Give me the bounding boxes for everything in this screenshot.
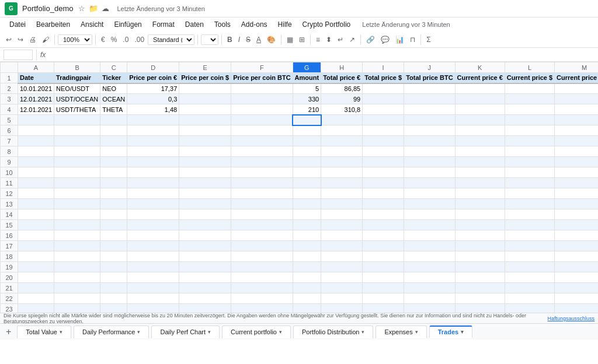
cell-5-11[interactable] [455,115,505,125]
cell-8-3[interactable] [100,146,127,157]
cell-11-3[interactable] [100,178,127,188]
cell-23-7[interactable] [293,304,321,313]
cell-21-11[interactable] [455,283,505,293]
cell-14-2[interactable] [54,209,100,220]
tab-trades[interactable]: Trades ▾ [429,326,472,338]
row-num[interactable]: 12 [1,188,18,199]
cell-17-5[interactable] [179,241,231,251]
cell-m1[interactable]: Current price BTC [555,73,598,83]
cell-6-8[interactable] [321,125,363,136]
cell-g-4[interactable]: 210 [293,104,321,115]
menu-einfuegen[interactable]: Einfügen [109,19,146,30]
cell-8-13[interactable] [555,146,598,157]
cell-20-2[interactable] [54,272,100,283]
cell-15-5[interactable] [179,220,231,230]
cell-l-4[interactable] [505,104,554,115]
cell-19-3[interactable] [100,262,127,272]
cell-17-8[interactable] [321,241,363,251]
align-button[interactable]: ≡ [314,34,322,45]
wrap-button[interactable]: ↵ [335,34,346,45]
cell-11-13[interactable] [555,178,598,188]
cell-15-8[interactable] [321,220,363,230]
cell-i-4[interactable] [363,104,404,115]
cell-21-4[interactable] [127,283,179,293]
cell-7-3[interactable] [100,136,127,146]
cell-14-10[interactable] [404,209,455,220]
cell-10-2[interactable] [54,167,100,178]
cell-20-9[interactable] [363,272,404,283]
cell-14-6[interactable] [231,209,293,220]
row-num[interactable]: 17 [1,241,18,251]
cell-15-9[interactable] [363,220,404,230]
cell-15-13[interactable] [555,220,598,230]
row-num-2[interactable]: 2 [1,83,18,94]
cell-k-4[interactable] [455,104,505,115]
cell-11-4[interactable] [127,178,179,188]
cell-13-8[interactable] [321,199,363,209]
cell-g-3[interactable]: 330 [293,94,321,104]
tab-daily-perf-chart[interactable]: Daily Perf Chart ▾ [151,326,220,338]
cell-18-7[interactable] [293,251,321,262]
cell-19-6[interactable] [231,262,293,272]
cell-11-12[interactable] [505,178,554,188]
cell-10-10[interactable] [404,167,455,178]
cell-l-2[interactable] [505,83,554,94]
cell-16-13[interactable] [555,230,598,241]
cell-f1[interactable]: Price per coin BTC [231,73,293,83]
cell-e-4[interactable] [179,104,231,115]
cell-7-7[interactable] [293,136,321,146]
border-button[interactable]: ▦ [284,34,295,45]
strike-button[interactable]: S [244,34,253,45]
tab-expenses[interactable]: Expenses ▾ [376,326,426,338]
cell-10-11[interactable] [455,167,505,178]
function-button[interactable]: Σ [424,34,433,45]
cell-18-2[interactable] [54,251,100,262]
cell-16-4[interactable] [127,230,179,241]
col-header-l[interactable]: L [505,62,554,73]
cell-14-1[interactable] [18,209,54,220]
cell-k1[interactable]: Current price € [455,73,505,83]
cell-d-4[interactable]: 1,48 [127,104,179,115]
cell-17-11[interactable] [455,241,505,251]
cell-a1[interactable]: Date [18,73,54,83]
cell-8-10[interactable] [404,146,455,157]
col-header-b[interactable]: B [54,62,100,73]
col-header-a[interactable]: A [18,62,54,73]
cell-j1[interactable]: Total price BTC [404,73,455,83]
cell-16-7[interactable] [293,230,321,241]
col-header-m[interactable]: M [555,62,598,73]
tab-current-portfolio[interactable]: Current portfolio ▾ [222,326,291,338]
cell-9-11[interactable] [455,157,505,167]
cell-15-6[interactable] [231,220,293,230]
cell-22-2[interactable] [54,293,100,304]
cell-11-11[interactable] [455,178,505,188]
bold-button[interactable]: B [225,34,235,45]
cell-20-12[interactable] [505,272,554,283]
row-num[interactable]: 7 [1,136,18,146]
row-num[interactable]: 14 [1,209,18,220]
row-num[interactable]: 23 [1,304,18,313]
cell-16-9[interactable] [363,230,404,241]
cell-16-3[interactable] [100,230,127,241]
cell-15-11[interactable] [455,220,505,230]
rotate-button[interactable]: ↗ [347,34,357,45]
cell-22-1[interactable] [18,293,54,304]
cell-18-3[interactable] [100,251,127,262]
menu-ansicht[interactable]: Ansicht [76,19,108,30]
row-num[interactable]: 18 [1,251,18,262]
format-select[interactable]: Standard (... [148,34,194,45]
cell-12-2[interactable] [54,188,100,199]
cell-18-5[interactable] [179,251,231,262]
cell-b-3[interactable]: USDT/OCEAN [54,94,100,104]
cell-19-10[interactable] [404,262,455,272]
cell-21-2[interactable] [54,283,100,293]
cell-18-1[interactable] [18,251,54,262]
chart-button[interactable]: 📊 [393,34,406,45]
cell-7-1[interactable] [18,136,54,146]
cell-17-10[interactable] [404,241,455,251]
cell-12-8[interactable] [321,188,363,199]
cell-5-6[interactable] [231,115,293,125]
cell-10-12[interactable] [505,167,554,178]
cell-5-10[interactable] [404,115,455,125]
cell-23-13[interactable] [555,304,598,313]
